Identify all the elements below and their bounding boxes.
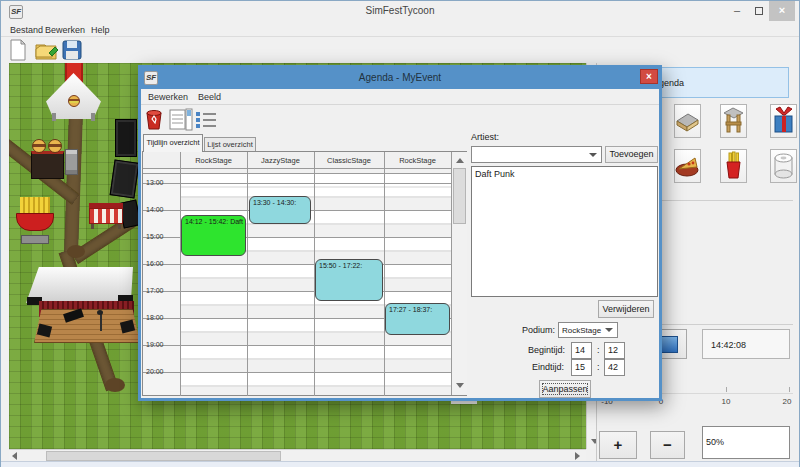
remove-artist-button[interactable]: Verwijderen — [598, 300, 654, 318]
zoom-in-button[interactable]: + — [599, 431, 637, 459]
hour-label: 13:00 — [146, 179, 164, 186]
pallet — [21, 235, 49, 244]
timeline-view-button[interactable] — [169, 108, 193, 131]
pizza-icon — [675, 150, 700, 182]
chevron-down-icon — [605, 328, 613, 332]
dialog-title: Agenda - MyEvent — [141, 72, 659, 83]
scroll-left-arrow[interactable] — [12, 452, 17, 460]
maximize-icon — [755, 7, 763, 15]
speaker-stack[interactable] — [115, 119, 137, 157]
dialog-close-button[interactable]: × — [640, 69, 658, 84]
toilet-paper-icon — [771, 150, 796, 182]
build-pizza-button[interactable] — [674, 149, 701, 183]
start-minute-input[interactable]: 12 — [604, 342, 625, 359]
app-titlebar: SF SimFestTycoon – × — [1, 1, 799, 23]
build-fries-button[interactable] — [720, 149, 747, 183]
podium-combobox-value: RockStage — [562, 326, 601, 335]
hour-label: 20:00 — [146, 368, 164, 375]
add-artist-button[interactable]: Toevoegen — [605, 146, 658, 163]
map-hscrollbar[interactable] — [9, 449, 586, 461]
build-gift-button[interactable] — [770, 104, 797, 138]
path-junction — [67, 245, 85, 258]
stand-front — [89, 208, 123, 224]
fries-stand[interactable] — [16, 197, 54, 247]
artist-label: Artiest: — [471, 132, 499, 142]
zoom-out-button[interactable]: − — [650, 431, 685, 459]
dialog-menu-bewerken[interactable]: Bewerken — [148, 92, 188, 102]
event-block[interactable]: 13:30 - 14:30: — [249, 196, 311, 224]
vscroll-thumb[interactable] — [453, 168, 466, 224]
popcorn-stand[interactable] — [89, 203, 123, 229]
hour-label: 15:00 — [146, 233, 164, 240]
hour-label: 17:00 — [146, 287, 164, 294]
clock-display: 14:42:08 — [702, 329, 790, 359]
slider-tick-mark — [726, 387, 727, 392]
delete-event-button[interactable] — [144, 108, 166, 131]
burger-stand[interactable] — [31, 139, 64, 179]
artist-list-item[interactable]: Daft Punk — [472, 167, 657, 181]
tent-leg — [91, 113, 95, 121]
apply-button[interactable]: Aanpassen — [539, 380, 591, 398]
slider-tick-label: 10 — [722, 397, 731, 406]
build-scaffold-button[interactable] — [720, 104, 747, 138]
event-block[interactable]: 15:50 - 17:22: — [315, 259, 383, 301]
scroll-down-arrow[interactable] — [456, 383, 464, 388]
stage[interactable] — [26, 267, 133, 345]
menu-help[interactable]: Help — [91, 25, 110, 35]
dialog-menu-beeld[interactable]: Beeld — [198, 92, 221, 102]
start-hour-input[interactable]: 14 — [571, 342, 592, 359]
mic — [97, 310, 103, 315]
list-view-button[interactable] — [194, 108, 218, 131]
mic-stand — [100, 313, 102, 331]
build-toilet-button[interactable] — [770, 149, 797, 183]
minimize-button[interactable]: – — [727, 1, 747, 21]
play-icon — [661, 336, 678, 353]
food-tent[interactable] — [46, 73, 101, 119]
metal-table[interactable] — [65, 149, 78, 175]
zoom-level-field[interactable]: 50% — [702, 426, 790, 459]
app-window: SF SimFestTycoon – × Bestand Bewerken He… — [0, 0, 800, 467]
column-divider — [180, 152, 181, 396]
dialog-menubar: Bewerken Beeld — [141, 89, 659, 105]
artist-combobox[interactable] — [471, 146, 602, 163]
end-time-label: Eindtijd: — [532, 362, 564, 372]
column-divider — [247, 152, 248, 396]
tent-leg — [52, 113, 56, 121]
scroll-right-arrow[interactable] — [575, 452, 580, 460]
event-block[interactable]: 17:27 - 18:37: — [385, 303, 450, 335]
new-file-button[interactable] — [7, 39, 31, 62]
trash-icon — [144, 108, 164, 131]
stage-roof — [26, 267, 133, 303]
app-title: SimFestTycoon — [1, 5, 799, 16]
timeline-scrollbar[interactable] — [451, 152, 467, 395]
hscroll-thumb[interactable] — [46, 451, 281, 461]
maximize-button[interactable] — [749, 1, 769, 21]
tab-tijdlijn-overzicht[interactable]: Tijdlijn overzicht — [143, 134, 203, 152]
end-minute-input[interactable]: 42 — [604, 359, 625, 376]
close-button[interactable]: × — [769, 1, 795, 21]
event-block-selected[interactable]: 14:12 - 15:42: Daft P — [181, 215, 246, 256]
slider-tick-label: 20 — [783, 397, 792, 406]
speaker-stack[interactable] — [110, 159, 140, 198]
column-header: RockStage — [180, 152, 247, 169]
status-strip — [1, 461, 799, 467]
save-button[interactable] — [61, 39, 85, 62]
open-file-button[interactable] — [35, 39, 59, 62]
menu-bewerken[interactable]: Bewerken — [45, 25, 85, 35]
podium-combobox[interactable]: RockStage — [558, 322, 618, 338]
save-floppy-icon — [61, 39, 83, 61]
fries-basket — [16, 213, 54, 231]
new-document-icon — [7, 39, 29, 61]
build-road-button[interactable] — [674, 104, 701, 138]
app-menubar: Bestand Bewerken Help — [1, 23, 799, 37]
clock-value: 14:42:08 — [711, 340, 746, 350]
stand-leg — [118, 224, 121, 229]
scroll-up-arrow[interactable] — [456, 158, 464, 163]
burger — [48, 139, 62, 153]
end-hour-input[interactable]: 15 — [571, 359, 592, 376]
podium-label: Podium: — [522, 325, 555, 335]
stand-base — [31, 151, 64, 179]
tab-lijst-overzicht[interactable]: Lijst overzicht — [204, 137, 256, 152]
artist-listbox[interactable]: Daft Punk — [471, 166, 658, 297]
menu-bestand[interactable]: Bestand — [10, 25, 43, 35]
